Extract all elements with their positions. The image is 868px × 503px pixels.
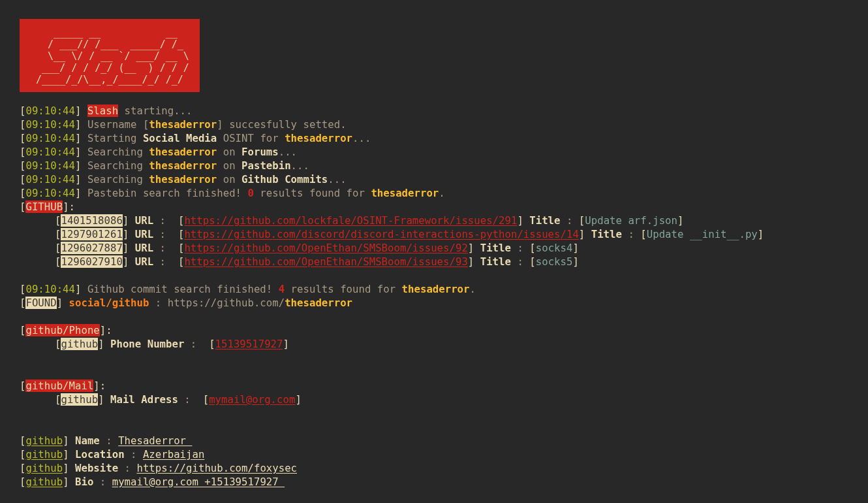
github-result-id: 1296027910 bbox=[61, 255, 122, 268]
phone-link[interactable]: 15139517927 bbox=[215, 338, 283, 350]
github-result-url[interactable]: https://github.com/lockfale/OSINT-Framew… bbox=[184, 214, 517, 227]
github-result-row: [1401518086] URL : [https://github.com/l… bbox=[20, 214, 848, 227]
ascii-logo: _____ __ __ / ___// /___ _____/ /_ \__ \… bbox=[20, 19, 200, 92]
profile-website: [github] Website : https://github.com/fo… bbox=[20, 461, 848, 475]
mail-link[interactable]: mymail@org.com bbox=[209, 393, 295, 406]
github-result-id: 1296027887 bbox=[61, 242, 122, 254]
github-result-row: [1297901261] URL : [https://github.com/d… bbox=[20, 227, 848, 241]
log-line-start-osint: [09:10:44] Starting Social Media OSINT f… bbox=[20, 131, 848, 145]
github-section-header: [GITHUB]: bbox=[20, 200, 848, 214]
profile-website-link[interactable]: https://github.com/foxysec bbox=[136, 462, 297, 474]
terminal-output: _____ __ __ / ___// /___ _____/ /_ \__ \… bbox=[0, 0, 868, 498]
log-line-commits-done: [09:10:44] Github commit search finished… bbox=[20, 282, 848, 296]
profile-name: [github] Name : Thesaderror bbox=[20, 434, 848, 447]
github-result-title: socks5 bbox=[536, 255, 573, 268]
phone-row: [github] Phone Number : [15139517927] bbox=[20, 337, 848, 351]
github-result-url[interactable]: https://github.com/OpenEthan/SMSBoom/iss… bbox=[184, 255, 467, 268]
log-line-search-pastebin: [09:10:44] Searching thesaderror on Past… bbox=[20, 159, 848, 172]
profile-location-link[interactable]: Azerbaijan bbox=[143, 448, 204, 461]
profile-bio: [github] Bio : mymail@org.com +151395179… bbox=[20, 475, 848, 489]
github-result-id: 1401518086 bbox=[61, 214, 122, 227]
log-line-starting: [09:10:44] Slash starting... bbox=[20, 104, 848, 118]
mail-row: [github] Mail Adress : [mymail@org.com] bbox=[20, 393, 848, 406]
app-name-badge: Slash bbox=[87, 105, 118, 117]
profile-bio-link[interactable]: mymail@org.com +15139517927 bbox=[112, 476, 285, 488]
github-result-id: 1297901261 bbox=[61, 228, 122, 240]
github-result-url[interactable]: https://github.com/OpenEthan/SMSBoom/iss… bbox=[184, 242, 467, 254]
profile-name-link[interactable]: Thesaderror bbox=[118, 434, 192, 447]
mail-section-header: [github/Mail]: bbox=[20, 379, 848, 393]
phone-section-header: [github/Phone]: bbox=[20, 323, 848, 337]
log-line-search-commits: [09:10:44] Searching thesaderror on Gith… bbox=[20, 172, 848, 186]
github-result-title: socks4 bbox=[536, 242, 573, 254]
github-result-row: [1296027887] URL : [https://github.com/O… bbox=[20, 241, 848, 255]
github-result-title: Update arf.json bbox=[585, 214, 677, 227]
profile-location: [github] Location : Azerbaijan bbox=[20, 447, 848, 461]
log-line-search-forums: [09:10:44] Searching thesaderror on Foru… bbox=[20, 145, 848, 159]
log-line-username: [09:10:44] Username [thesaderror] succes… bbox=[20, 118, 848, 131]
github-results-list: [1401518086] URL : [https://github.com/l… bbox=[20, 214, 848, 268]
github-result-url[interactable]: https://github.com/discord/discord-inter… bbox=[184, 228, 578, 240]
github-result-row: [1296027910] URL : [https://github.com/O… bbox=[20, 255, 848, 268]
log-line-pastebin-done: [09:10:44] Pastebin search finished! 0 r… bbox=[20, 186, 848, 200]
github-result-title: Update __init__.py bbox=[647, 228, 758, 240]
log-line-found: [FOUND] social/github : https://github.c… bbox=[20, 296, 848, 310]
